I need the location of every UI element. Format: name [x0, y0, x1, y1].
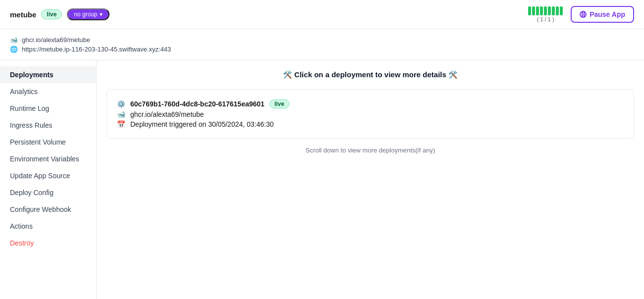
app-image: ghcr.io/alexta69/metube: [22, 36, 90, 44]
pause-label: Pause App: [590, 10, 625, 18]
group-label: no group: [74, 11, 97, 18]
meter-bars: [528, 6, 563, 15]
meter-bar-9: [560, 6, 563, 15]
globe-icon: 🌐: [10, 46, 18, 53]
content-area: 🛠️ Click on a deployment to view more de…: [97, 60, 644, 299]
meter-bar-7: [552, 6, 555, 15]
docker-icon-2: 🐋: [117, 110, 125, 118]
sidebar-item-environment-variables[interactable]: Environment Variables: [0, 150, 96, 167]
pause-icon: ⏸: [580, 11, 587, 18]
chevron-down-icon: ▾: [100, 11, 103, 18]
top-bar-left: metube live no group ▾: [10, 8, 109, 20]
app-url[interactable]: https://metube.ip-116-203-130-45.swiftwa…: [22, 46, 171, 53]
sidebar-item-runtime-log[interactable]: Runtime Log: [0, 100, 96, 117]
main-layout: Deployments Analytics Runtime Log Ingres…: [0, 60, 644, 299]
deployment-image: ghcr.io/alexta69/metube: [130, 110, 204, 118]
scroll-hint: Scroll down to view more deployments(if …: [107, 147, 634, 154]
meter-bar-5: [544, 6, 547, 15]
deployment-id: 60c769b1-760d-4dc8-bc20-617615ea9601: [130, 100, 265, 108]
app-name: metube: [10, 10, 36, 19]
instance-meter: ( 1 / 1 ): [528, 6, 563, 22]
meter-bar-8: [556, 6, 559, 15]
deployment-card[interactable]: ⚙️ 60c769b1-760d-4dc8-bc20-617615ea9601 …: [107, 89, 634, 139]
top-bar: metube live no group ▾ ( 1 / 1 ) ⏸ Pause: [0, 0, 644, 29]
instance-count: ( 1 / 1 ): [537, 16, 554, 22]
meter-bar-6: [548, 6, 551, 15]
calendar-icon: 📅: [117, 120, 125, 128]
content-title: 🛠️ Click on a deployment to view more de…: [107, 70, 634, 79]
group-button[interactable]: no group ▾: [67, 8, 109, 20]
sidebar-item-deploy-config[interactable]: Deploy Config: [0, 184, 96, 201]
pause-app-button[interactable]: ⏸ Pause App: [571, 6, 634, 23]
live-badge: live: [41, 9, 62, 19]
deployment-triggered: Deployment triggered on 30/05/2024, 03:4…: [130, 120, 274, 128]
sidebar-item-deployments[interactable]: Deployments: [0, 66, 96, 83]
sidebar: Deployments Analytics Runtime Log Ingres…: [0, 60, 97, 299]
sidebar-item-destroy[interactable]: Destroy: [0, 235, 96, 251]
top-bar-right: ( 1 / 1 ) ⏸ Pause App: [528, 6, 634, 23]
sidebar-item-configure-webhook[interactable]: Configure Webhook: [0, 201, 96, 218]
sidebar-item-persistent-volume[interactable]: Persistent Volume: [0, 134, 96, 150]
deployment-id-row: ⚙️ 60c769b1-760d-4dc8-bc20-617615ea9601 …: [117, 100, 624, 108]
deployment-trigger-row: 📅 Deployment triggered on 30/05/2024, 03…: [117, 120, 624, 128]
docker-icon: 🐋: [10, 36, 18, 44]
meter-bar-1: [528, 6, 531, 15]
sidebar-item-update-app-source[interactable]: Update App Source: [0, 167, 96, 184]
meter-bar-4: [540, 6, 543, 15]
deployment-image-row: 🐋 ghcr.io/alexta69/metube: [117, 110, 624, 118]
deployment-status-badge: live: [269, 100, 289, 108]
url-row: 🌐 https://metube.ip-116-203-130-45.swift…: [10, 46, 634, 53]
sidebar-item-analytics[interactable]: Analytics: [0, 83, 96, 100]
sidebar-item-actions[interactable]: Actions: [0, 218, 96, 235]
meter-bar-3: [536, 6, 539, 15]
info-rows: 🐋 ghcr.io/alexta69/metube 🌐 https://metu…: [0, 29, 644, 60]
wrench-icon: ⚙️: [117, 100, 125, 108]
image-row: 🐋 ghcr.io/alexta69/metube: [10, 36, 634, 44]
meter-bar-2: [532, 6, 535, 15]
sidebar-item-ingress-rules[interactable]: Ingress Rules: [0, 117, 96, 134]
